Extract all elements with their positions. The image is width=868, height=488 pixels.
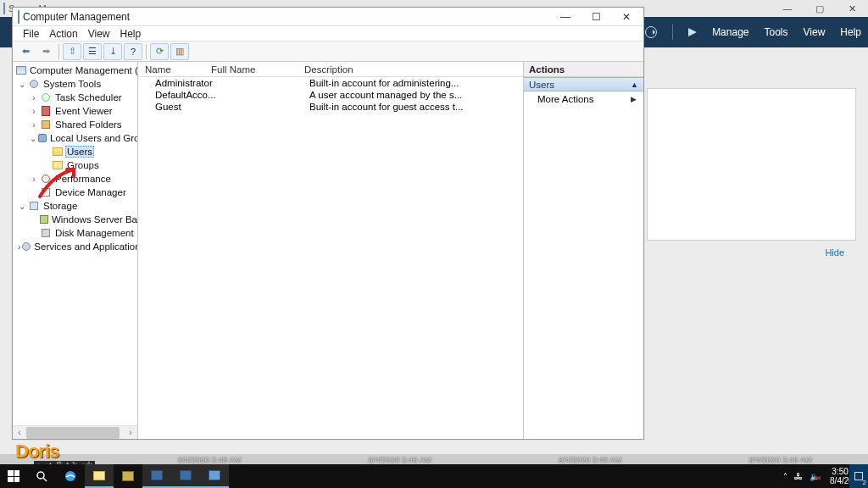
col-name[interactable]: Name: [138, 64, 204, 75]
actions-header: Actions: [524, 62, 643, 77]
tree-local-users-and-groups[interactable]: ⌄ Local Users and Groups: [14, 131, 137, 145]
taskbar-mmc-icon[interactable]: [200, 464, 229, 488]
collapse-icon[interactable]: ▲: [631, 80, 638, 89]
maximize-button[interactable]: ☐: [581, 8, 611, 26]
collapse-icon[interactable]: ⌄: [18, 202, 26, 211]
taskbar-server-manager-icon[interactable]: [142, 464, 171, 488]
expand-icon[interactable]: ›: [30, 93, 38, 103]
bg-maximize-button[interactable]: ▢: [804, 0, 836, 17]
actions-more[interactable]: More Actions ▶: [524, 92, 643, 107]
cm-titlebar[interactable]: Computer Management — ☐ ✕: [13, 8, 643, 26]
cm-toolbar: ⬅ ➡ ⇧ ☰ ⤓ ? ⟳ ▥: [13, 42, 643, 62]
tree-users[interactable]: Users: [14, 145, 137, 158]
system-tray[interactable]: ˄ 🖧 🔈✕: [778, 472, 825, 481]
expand-icon[interactable]: ›: [30, 120, 38, 130]
col-full-name[interactable]: Full Name: [204, 64, 298, 75]
start-button[interactable]: [0, 464, 27, 488]
tree-windows-server-backup[interactable]: Windows Server Backup: [14, 213, 137, 226]
navigation-tree[interactable]: Computer Management (Local ⌄ System Tool…: [13, 62, 138, 439]
svg-point-0: [37, 472, 44, 479]
tree-services-and-applications[interactable]: › Services and Applications: [14, 240, 137, 253]
ghost-timestamps: 8/4/2020 3:48 AM 8/4/2020 3:48 AM 8/4/20…: [178, 454, 812, 464]
cm-title: Computer Management: [23, 11, 130, 23]
collapse-icon[interactable]: ⌄: [18, 80, 26, 89]
list-item[interactable]: Guest Built-in account for guest access …: [138, 101, 523, 113]
up-button[interactable]: ⇧: [63, 43, 81, 60]
refresh-button[interactable]: ⟳: [150, 43, 169, 60]
bg-menu-view[interactable]: View: [804, 26, 826, 38]
tree-horizontal-scrollbar[interactable]: ‹ ›: [13, 425, 137, 439]
taskbar-explorer-icon[interactable]: [85, 464, 114, 488]
show-hide-tree-button[interactable]: ☰: [83, 43, 102, 60]
refresh-icon[interactable]: [645, 26, 657, 38]
menu-help[interactable]: Help: [117, 28, 145, 40]
scroll-right-button[interactable]: ›: [124, 426, 137, 440]
cm-menubar: File Action View Help: [13, 26, 643, 42]
watermark-logo: Doris: [15, 441, 58, 463]
taskbar-ie-icon[interactable]: [56, 464, 85, 488]
tree-shared-folders[interactable]: › Shared Folders: [14, 118, 137, 131]
server-manager-icon: [3, 3, 5, 14]
expand-icon[interactable]: ›: [30, 175, 38, 184]
menu-action[interactable]: Action: [46, 28, 81, 40]
actions-pane: Actions Users ▲ More Actions ▶: [524, 62, 643, 439]
tree-device-manager[interactable]: Device Manager: [14, 186, 137, 199]
server-manager-hide-link[interactable]: Hide: [825, 247, 844, 258]
help-button[interactable]: ?: [124, 43, 142, 60]
properties-button[interactable]: ▥: [170, 43, 189, 60]
bg-minimize-button[interactable]: —: [771, 0, 804, 17]
list-header[interactable]: Name Full Name Description: [138, 62, 523, 77]
tray-network-icon[interactable]: 🖧: [794, 472, 803, 481]
tray-chevron-icon[interactable]: ˄: [783, 472, 787, 481]
windows-logo-icon: [8, 470, 19, 482]
bg-close-button[interactable]: ✕: [836, 0, 868, 17]
bg-menu-help[interactable]: Help: [840, 26, 861, 38]
tree-performance[interactable]: › Performance: [14, 172, 137, 186]
taskbar[interactable]: ˄ 🖧 🔈✕ 3:50 AM 8/4/2020 2: [0, 464, 868, 488]
users-list[interactable]: Name Full Name Description Administrator…: [138, 62, 524, 439]
minimize-button[interactable]: —: [550, 8, 581, 26]
list-item[interactable]: Administrator Built-in account for admin…: [138, 77, 523, 89]
scroll-thumb[interactable]: [26, 427, 120, 439]
collapse-icon[interactable]: ⌄: [30, 134, 36, 143]
folder-icon: [53, 161, 63, 169]
expand-icon[interactable]: ›: [18, 242, 20, 252]
bg-menu-manage[interactable]: Manage: [712, 26, 748, 38]
menu-file[interactable]: File: [19, 28, 42, 40]
tree-event-viewer[interactable]: › Event Viewer: [14, 104, 137, 118]
back-button[interactable]: ⬅: [16, 43, 35, 60]
tree-system-tools[interactable]: ⌄ System Tools: [14, 77, 137, 91]
list-item[interactable]: DefaultAcco... A user account managed by…: [138, 89, 523, 101]
bg-menu-tools[interactable]: Tools: [765, 26, 788, 38]
server-manager-panel: [647, 88, 856, 241]
export-list-button[interactable]: ⤓: [103, 43, 122, 60]
col-description[interactable]: Description: [298, 64, 523, 75]
search-button[interactable]: [27, 464, 56, 488]
tree-task-scheduler[interactable]: › Task Scheduler: [14, 91, 137, 104]
tree-disk-management[interactable]: Disk Management: [14, 226, 137, 240]
taskbar-app-icon[interactable]: [114, 464, 142, 488]
taskbar-computer-management-icon[interactable]: [171, 464, 200, 488]
menu-view[interactable]: View: [85, 28, 114, 40]
expand-icon[interactable]: ›: [30, 107, 38, 116]
scroll-left-button[interactable]: ‹: [13, 426, 26, 440]
tree-groups[interactable]: Groups: [14, 158, 137, 172]
svg-line-1: [43, 478, 47, 481]
folder-open-icon: [53, 147, 63, 156]
submenu-arrow-icon: ▶: [631, 95, 637, 103]
tree-storage[interactable]: ⌄ Storage: [14, 199, 137, 213]
close-button[interactable]: ✕: [611, 8, 642, 26]
actions-section[interactable]: Users ▲: [524, 77, 643, 92]
tray-volume-icon[interactable]: 🔈✕: [810, 472, 820, 481]
cm-app-icon: [18, 10, 19, 24]
flag-icon[interactable]: [688, 28, 697, 36]
tree-root[interactable]: Computer Management (Local: [14, 64, 137, 77]
computer-management-window: Computer Management — ☐ ✕ File Action Vi…: [12, 7, 644, 440]
action-center-button[interactable]: 2: [849, 464, 868, 488]
forward-button[interactable]: ➡: [36, 43, 55, 60]
